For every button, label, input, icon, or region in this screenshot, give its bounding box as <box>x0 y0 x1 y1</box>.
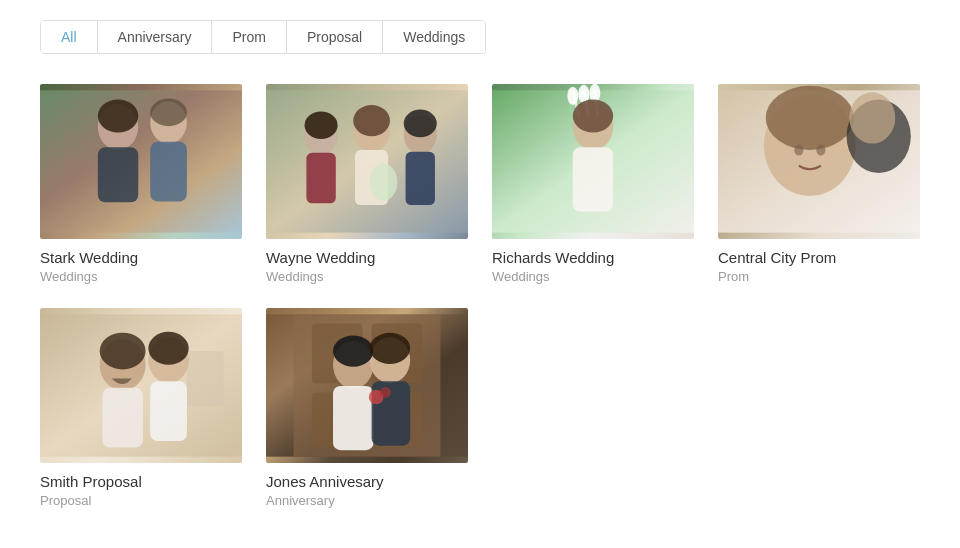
gallery-title-stark-wedding: Stark Wedding <box>40 249 242 266</box>
svg-point-30 <box>766 86 854 150</box>
svg-rect-0 <box>40 90 242 232</box>
gallery-title-wayne-wedding: Wayne Wedding <box>266 249 468 266</box>
svg-point-27 <box>573 100 613 133</box>
svg-point-40 <box>148 332 188 365</box>
gallery-title-central-city-prom: Central City Prom <box>718 249 920 266</box>
filter-tabs-container: AllAnniversaryPromProposalWeddings <box>40 20 486 54</box>
svg-rect-53 <box>333 386 373 450</box>
gallery-category-wayne-wedding: Weddings <box>266 269 468 284</box>
gallery-grid: Stark WeddingWeddings <box>40 84 920 508</box>
svg-rect-41 <box>102 388 142 448</box>
svg-rect-42 <box>150 381 187 441</box>
gallery-image-central-city-prom <box>718 84 920 239</box>
gallery-image-stark-wedding <box>40 84 242 239</box>
svg-point-51 <box>333 335 373 366</box>
gallery-item-richards-wedding[interactable]: Richards WeddingWeddings <box>492 84 694 284</box>
gallery-image-smith-proposal <box>40 308 242 463</box>
svg-rect-13 <box>406 152 435 205</box>
svg-point-31 <box>794 145 803 156</box>
svg-point-17 <box>370 164 398 201</box>
filter-tab-all[interactable]: All <box>41 21 98 53</box>
svg-rect-4 <box>150 142 187 202</box>
filter-tab-weddings[interactable]: Weddings <box>383 21 485 53</box>
svg-point-14 <box>305 111 338 139</box>
svg-point-32 <box>816 145 825 156</box>
gallery-category-jones-anniversary: Anniversary <box>266 493 468 508</box>
gallery-category-stark-wedding: Weddings <box>40 269 242 284</box>
gallery-category-smith-proposal: Proposal <box>40 493 242 508</box>
gallery-title-jones-anniversary: Jones Annivesary <box>266 473 468 490</box>
gallery-item-wayne-wedding[interactable]: Wayne WeddingWeddings <box>266 84 468 284</box>
gallery-item-smith-proposal[interactable]: Smith ProposalProposal <box>40 308 242 508</box>
gallery-title-richards-wedding: Richards Wedding <box>492 249 694 266</box>
gallery-image-jones-anniversary <box>266 308 468 463</box>
gallery-image-wayne-wedding <box>266 84 468 239</box>
gallery-item-stark-wedding[interactable]: Stark WeddingWeddings <box>40 84 242 284</box>
filter-tab-prom[interactable]: Prom <box>212 21 286 53</box>
svg-point-6 <box>150 99 187 127</box>
gallery-item-jones-anniversary[interactable]: Jones AnnivesaryAnniversary <box>266 308 468 508</box>
gallery-category-central-city-prom: Prom <box>718 269 920 284</box>
gallery-category-richards-wedding: Weddings <box>492 269 694 284</box>
svg-point-34 <box>849 92 895 143</box>
svg-point-56 <box>380 387 391 398</box>
svg-rect-36 <box>187 351 224 406</box>
svg-point-52 <box>370 333 410 364</box>
svg-point-15 <box>353 105 390 136</box>
svg-point-5 <box>98 100 138 133</box>
svg-rect-2 <box>98 147 138 202</box>
gallery-title-smith-proposal: Smith Proposal <box>40 473 242 490</box>
filter-tab-anniversary[interactable]: Anniversary <box>98 21 213 53</box>
svg-point-39 <box>100 333 146 370</box>
gallery-image-richards-wedding <box>492 84 694 239</box>
svg-point-16 <box>404 110 437 138</box>
svg-rect-9 <box>306 153 335 204</box>
filter-tab-proposal[interactable]: Proposal <box>287 21 383 53</box>
gallery-item-central-city-prom[interactable]: Central City PromProm <box>718 84 920 284</box>
svg-rect-20 <box>573 147 613 211</box>
svg-point-26 <box>589 84 600 102</box>
svg-point-24 <box>567 87 578 105</box>
